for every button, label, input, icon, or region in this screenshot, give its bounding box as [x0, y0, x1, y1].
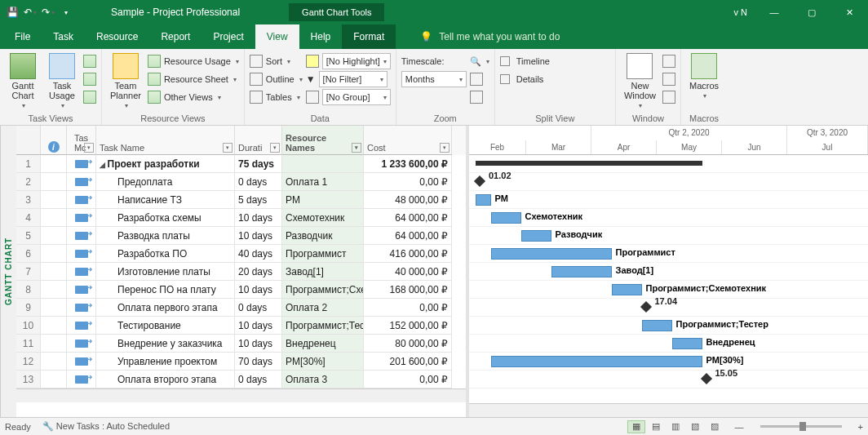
row-mode[interactable]: [67, 173, 96, 191]
row-cost[interactable]: 40 000,00 ₽: [364, 263, 452, 281]
row-task-name[interactable]: Перенос ПО на плату: [96, 281, 235, 299]
summary-bar[interactable]: [476, 161, 702, 166]
calendar-view-button[interactable]: [83, 71, 96, 87]
gantt-chart-button[interactable]: Gantt Chart: [5, 51, 41, 111]
row-resource[interactable]: Оплата 3: [282, 371, 364, 388]
row-resource[interactable]: Оплата 2: [282, 299, 364, 317]
filter-caret-icon[interactable]: ▾: [223, 143, 232, 153]
row-mode[interactable]: [67, 209, 96, 227]
row-task-name[interactable]: Разработка ПО: [96, 245, 235, 263]
row-mode[interactable]: [67, 299, 96, 317]
row-number[interactable]: 2: [16, 173, 41, 191]
table-row[interactable]: 12Управление проектом70 daysPM[30%]201 6…: [16, 353, 466, 371]
arrange-all-button[interactable]: [662, 71, 675, 87]
hide-window-button[interactable]: [662, 89, 675, 105]
tab-task[interactable]: Task: [42, 24, 85, 49]
row-duration[interactable]: 20 days: [235, 263, 282, 281]
row-duration[interactable]: 0 days: [235, 173, 282, 191]
tab-help[interactable]: Help: [299, 24, 343, 49]
highlight-row[interactable]: [No Highlight]: [306, 53, 391, 69]
milestone-marker[interactable]: [474, 175, 485, 187]
row-mode[interactable]: [67, 263, 96, 281]
row-cost[interactable]: 0,00 ₽: [364, 173, 452, 191]
table-row[interactable]: 4Разработка схемы10 daysСхемотехник64 00…: [16, 209, 466, 227]
close-button[interactable]: ✕: [830, 0, 868, 24]
row-duration[interactable]: 0 days: [235, 299, 282, 317]
row-cost[interactable]: 152 000,00 ₽: [364, 317, 452, 335]
team-planner-button[interactable]: Team Planner: [107, 51, 144, 111]
other-resource-views-button[interactable]: Other Views: [148, 89, 239, 105]
row-cost[interactable]: 48 000,00 ₽: [364, 191, 452, 209]
row-duration[interactable]: 5 days: [235, 191, 282, 209]
macros-button[interactable]: Macros: [686, 51, 722, 101]
filter-caret-icon[interactable]: ▾: [440, 143, 450, 153]
row-cost[interactable]: 80 000,00 ₽: [364, 335, 452, 353]
details-checkbox[interactable]: Details: [500, 71, 550, 87]
qat-customize-icon[interactable]: ▾: [60, 7, 72, 18]
minimize-button[interactable]: —: [755, 0, 793, 24]
col-task-name[interactable]: Task Name▾: [96, 126, 235, 155]
table-row[interactable]: 11Внедрение у заказчика10 daysВнедренец8…: [16, 335, 466, 353]
tab-report[interactable]: Report: [149, 24, 202, 49]
row-task-name[interactable]: Проект разработки: [96, 155, 235, 173]
zoom-thumb[interactable]: [799, 422, 806, 431]
task-bar[interactable]: Внедренец: [672, 338, 702, 349]
gantt-body[interactable]: 01.02PMСхемотехникРазводчикПрограммистЗа…: [469, 155, 868, 403]
row-cost[interactable]: 416 000,00 ₽: [364, 245, 452, 263]
row-number[interactable]: 13: [16, 371, 41, 388]
row-number[interactable]: 4: [16, 209, 41, 227]
task-bar[interactable]: Программист;Тестер: [642, 320, 672, 331]
timescale-combo[interactable]: Months: [401, 71, 467, 87]
row-duration[interactable]: 10 days: [235, 209, 282, 227]
row-resource[interactable]: Завод[1]: [282, 263, 364, 281]
view-report-button[interactable]: ▨: [706, 420, 724, 433]
redo-button[interactable]: ↷: [42, 7, 54, 18]
view-team-planner-button[interactable]: ▥: [666, 420, 684, 433]
task-bar[interactable]: Программист: [491, 248, 612, 260]
view-gantt-button[interactable]: ▦: [627, 420, 645, 433]
tab-view[interactable]: View: [255, 24, 299, 49]
row-task-name[interactable]: Тестирование: [96, 317, 235, 335]
col-indicators[interactable]: i: [41, 126, 67, 155]
tab-project[interactable]: Project: [202, 24, 255, 49]
row-task-name[interactable]: Разводка платы: [96, 227, 235, 245]
row-mode[interactable]: [67, 191, 96, 209]
resource-usage-button[interactable]: Resource Usage: [148, 53, 239, 69]
row-resource[interactable]: Программист;Тестер: [282, 317, 364, 335]
col-duration[interactable]: Durati▾: [235, 126, 282, 155]
row-mode[interactable]: [67, 335, 96, 353]
tab-resource[interactable]: Resource: [85, 24, 149, 49]
row-cost[interactable]: 201 600,00 ₽: [364, 353, 452, 371]
row-duration[interactable]: 10 days: [235, 227, 282, 245]
row-number[interactable]: 11: [16, 335, 41, 353]
row-resource[interactable]: [282, 155, 364, 173]
filter-row[interactable]: ▼[No Filter]: [306, 71, 391, 87]
table-row[interactable]: 3Написание ТЗ5 daysPM48 000,00 ₽: [16, 191, 466, 209]
row-number[interactable]: 9: [16, 299, 41, 317]
resource-sheet-button[interactable]: Resource Sheet: [148, 71, 239, 87]
tables-button[interactable]: Tables: [250, 89, 303, 105]
row-mode[interactable]: [67, 371, 96, 388]
zoom-button[interactable]: 🔍: [470, 53, 489, 69]
task-bar[interactable]: Программист;Схемотехник: [612, 284, 642, 295]
row-cost[interactable]: 0,00 ₽: [364, 371, 452, 388]
filter-combo[interactable]: [No Filter]: [319, 71, 388, 87]
row-duration[interactable]: 10 days: [235, 281, 282, 299]
row-number[interactable]: 6: [16, 245, 41, 263]
row-resource[interactable]: Программист: [282, 245, 364, 263]
row-duration[interactable]: 40 days: [235, 245, 282, 263]
table-row[interactable]: 9Оплата первого этапа0 daysОплата 20,00 …: [16, 299, 466, 317]
row-task-name[interactable]: Предоплата: [96, 173, 235, 191]
view-task-usage-button[interactable]: ▤: [647, 420, 665, 433]
row-mode[interactable]: [67, 281, 96, 299]
tab-file[interactable]: File: [3, 24, 42, 49]
filter-caret-icon[interactable]: ▾: [270, 143, 280, 153]
row-resource[interactable]: PM[30%]: [282, 353, 364, 371]
table-row[interactable]: 5Разводка платы10 daysРазводчик64 000,00…: [16, 227, 466, 245]
row-task-name[interactable]: Изготовление платы: [96, 263, 235, 281]
task-bar[interactable]: PM[30%]: [491, 356, 702, 367]
row-resource[interactable]: Разводчик: [282, 227, 364, 245]
row-resource[interactable]: Схемотехник: [282, 209, 364, 227]
row-number[interactable]: 5: [16, 227, 41, 245]
row-number[interactable]: 12: [16, 353, 41, 371]
